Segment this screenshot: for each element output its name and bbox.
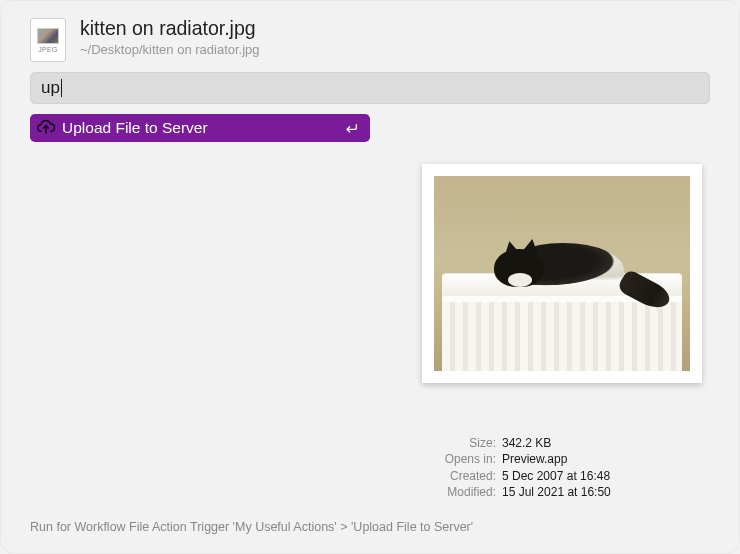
meta-size-label: Size:	[342, 435, 502, 451]
cloud-upload-icon	[36, 118, 56, 138]
alfred-window: JPEG kitten on radiator.jpg ~/Desktop/ki…	[0, 0, 740, 554]
footer-hint: Run for Workflow File Action Trigger 'My…	[30, 520, 473, 534]
file-title: kitten on radiator.jpg	[80, 18, 710, 39]
action-result-upload[interactable]: Upload File to Server	[30, 114, 370, 142]
meta-created-row: Created: 5 Dec 2007 at 16:48	[342, 468, 702, 484]
meta-opens-label: Opens in:	[342, 451, 502, 467]
result-label: Upload File to Server	[62, 119, 342, 137]
return-key-icon	[342, 119, 360, 137]
file-metadata: Size: 342.2 KB Opens in: Preview.app Cre…	[342, 435, 702, 500]
meta-created-label: Created:	[342, 468, 502, 484]
search-input[interactable]: up	[30, 72, 710, 104]
title-block: kitten on radiator.jpg ~/Desktop/kitten …	[80, 18, 710, 57]
meta-size-row: Size: 342.2 KB	[342, 435, 702, 451]
meta-size-value: 342.2 KB	[502, 435, 551, 451]
image-preview	[422, 164, 702, 383]
meta-modified-value: 15 Jul 2021 at 16:50	[502, 484, 611, 500]
meta-opens-row: Opens in: Preview.app	[342, 451, 702, 467]
meta-modified-label: Modified:	[342, 484, 502, 500]
meta-opens-value: Preview.app	[502, 451, 567, 467]
meta-modified-row: Modified: 15 Jul 2021 at 16:50	[342, 484, 702, 500]
file-path: ~/Desktop/kitten on radiator.jpg	[80, 42, 710, 57]
file-badge: JPEG	[38, 46, 57, 53]
file-header: JPEG kitten on radiator.jpg ~/Desktop/ki…	[0, 0, 740, 72]
search-container: up	[0, 72, 740, 104]
preview-image	[434, 176, 690, 371]
meta-created-value: 5 Dec 2007 at 16:48	[502, 468, 610, 484]
file-type-icon: JPEG	[30, 18, 66, 62]
file-thumb-image	[37, 28, 59, 44]
search-value: up	[41, 78, 60, 98]
text-caret	[61, 79, 62, 97]
